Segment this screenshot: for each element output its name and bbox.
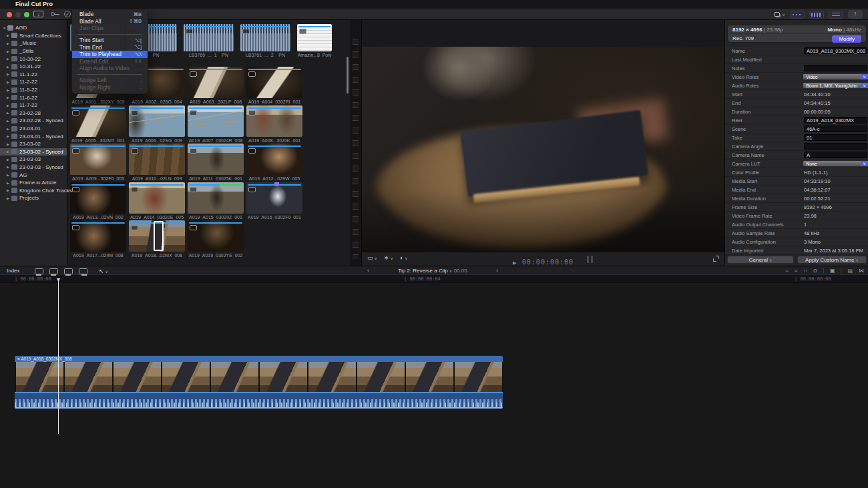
sidebar-item[interactable]: ▶ _Stills <box>0 47 67 55</box>
video-clip[interactable]: A019_A010...02LN_009 <box>129 144 185 182</box>
disclosure-icon[interactable]: ▶ <box>7 181 11 185</box>
inspector-field-value[interactable]: 00:00:00:05 <box>804 109 831 115</box>
clip-thumbnail[interactable] <box>70 144 126 175</box>
clip-thumbnail[interactable] <box>188 105 244 137</box>
inspector-field-value[interactable]: Mar 7, 2023 at 3:05:18 PM <box>804 248 863 254</box>
disclosure-icon[interactable]: ▶ <box>7 57 11 61</box>
clip-thumbnail[interactable] <box>246 182 302 214</box>
zoom-window-button[interactable] <box>24 12 29 17</box>
disclosure-icon[interactable]: ▶ <box>7 196 11 200</box>
sidebar-item[interactable]: ▶ Projects <box>0 194 67 202</box>
sidebar-item[interactable]: ▶ 23-02-28 - Synced <box>0 117 67 125</box>
share-button[interactable]: ↑ <box>848 10 863 19</box>
sidebar-item[interactable]: ▶ 23-03-02 <box>0 140 67 148</box>
inspector-field-value[interactable]: 1 <box>804 222 807 228</box>
solo-icon[interactable]: ∩ <box>803 268 807 274</box>
disclosure-icon[interactable]: ▶ <box>7 165 11 169</box>
clip-thumbnail[interactable] <box>129 144 185 175</box>
disclosure-icon[interactable]: ▶ <box>7 158 11 162</box>
modify-button[interactable]: Modify <box>832 35 861 43</box>
disclosure-icon[interactable]: ▶ <box>7 127 11 131</box>
disclosure-icon[interactable]: ▶ <box>7 72 11 76</box>
audio-clip[interactable]: Amazin...8_Poly <box>297 24 332 57</box>
video-clip[interactable]: A019_A009...302F0_005 <box>70 144 126 182</box>
timeline-ruler[interactable]: 00:00:00:0000:00:00:0400:00:00:08 <box>0 275 868 283</box>
show-timeline-button[interactable] <box>809 11 824 19</box>
disclosure-icon[interactable]: ▶ <box>7 80 11 84</box>
browser-scrollbar[interactable] <box>347 57 349 93</box>
video-clip[interactable]: A019_A003...302LP_008 <box>188 67 244 105</box>
sidebar-item[interactable]: ▶ Kingdom Choir Tracks <box>0 186 67 194</box>
inspector-field-value[interactable]: 04:34:40:10 <box>804 91 831 97</box>
clip-thumbnail[interactable] <box>246 144 302 175</box>
video-clip[interactable]: A019_A004_0302RI_001 <box>246 67 302 105</box>
clip-thumbnail[interactable] <box>129 105 185 137</box>
inspector-field-value[interactable]: 3 Mono <box>804 239 821 245</box>
overwrite-clip-icon[interactable] <box>79 268 87 274</box>
clip-thumbnail[interactable] <box>188 220 244 252</box>
connect-clip-icon[interactable] <box>35 268 43 274</box>
timeline-clip-filmstrip[interactable] <box>15 362 503 392</box>
timeline-clip[interactable]: ≡ A019_A018_0302MX_008 <box>15 356 503 409</box>
keyword-editor-button[interactable] <box>51 12 55 16</box>
fullscreen-icon[interactable] <box>713 256 719 262</box>
inspector-field-value[interactable]: 04:33:19:10 <box>804 178 831 184</box>
disclosure-icon[interactable]: ▶ <box>7 150 11 154</box>
metadata-view-button[interactable]: General <box>727 256 794 264</box>
inspector-field-value[interactable]: 46A-c <box>804 126 867 132</box>
inspector-field-value[interactable]: Boom 1, MIX, YoungJohn <box>803 82 868 89</box>
append-clip-icon[interactable] <box>64 268 73 274</box>
viewer-video-frame[interactable] <box>362 47 724 252</box>
disclosure-icon[interactable]: ▶ <box>7 142 11 146</box>
sidebar-item[interactable]: ▶ 23-03-03 - Synced <box>0 164 67 172</box>
video-clip[interactable]: A019_A006...02SG_009 <box>129 105 185 144</box>
inspector-field-value[interactable]: 8192 × 4096 <box>804 204 832 210</box>
disclosure-icon[interactable]: ▶ <box>7 88 11 92</box>
skimming-icon[interactable]: ≈ <box>785 268 788 274</box>
sidebar-item[interactable]: ▶ 11-1-22 <box>0 71 67 79</box>
inspector-field-value[interactable]: Video <box>803 73 868 80</box>
clip-marker-icon[interactable] <box>274 182 279 186</box>
inspector-field-value[interactable]: A <box>804 152 867 158</box>
menu-item[interactable]: Extend Edit ⇧X <box>72 58 148 65</box>
playhead[interactable] <box>58 278 59 434</box>
video-clip[interactable]: A019_A019_0302YE_002 <box>188 220 244 259</box>
inspector-field-value[interactable]: 23.98 <box>804 213 817 219</box>
clip-thumbnail[interactable] <box>188 67 244 98</box>
inspector-field-value[interactable]: A019_A018_0302MX <box>804 117 867 124</box>
audio-clip[interactable]: LB3760_..._1__PN <box>184 24 234 57</box>
video-clip[interactable]: A019_A016_0302F0_001 <box>246 182 302 221</box>
clip-thumbnail[interactable] <box>188 182 244 214</box>
disclosure-icon[interactable]: ▶ <box>7 65 11 69</box>
sidebar-item[interactable]: ▶ Frame.io Article <box>0 179 67 187</box>
disclosure-icon[interactable]: ▶ <box>7 41 11 45</box>
video-clip[interactable]: A019_A008...3020K_001 <box>246 105 302 144</box>
menu-item[interactable]: Nudge Right . <box>72 83 148 91</box>
background-tasks-button[interactable]: ✓ <box>64 11 71 17</box>
menu-item[interactable]: Nudge Left , <box>72 77 148 84</box>
sidebar-item[interactable]: ▶ 11-5-22 <box>0 86 67 94</box>
selection-range[interactable] <box>154 221 164 251</box>
menu-item[interactable]: Join Clips <box>72 25 148 32</box>
inspector-field-value[interactable] <box>804 143 867 150</box>
disclosure-icon[interactable]: ▶ <box>7 95 11 99</box>
inspector-field-value[interactable]: A019_A018_0302MX_008 <box>804 47 867 54</box>
disclosure-icon[interactable]: ▶ <box>7 49 11 53</box>
sidebar-item[interactable]: ▶ 23-02-28 <box>0 109 67 117</box>
inspector-field-value[interactable]: 00:02:52:21 <box>804 196 831 202</box>
video-clip[interactable]: A019_A012...029W_005 <box>246 144 302 182</box>
video-clip[interactable]: A019_A015_03020Z_001 <box>188 182 244 221</box>
media-import-button[interactable]: ↓ <box>33 11 43 17</box>
clip-appearance-button[interactable] <box>774 12 785 17</box>
sidebar-item[interactable]: ▶ 10-30-22 <box>0 55 67 63</box>
audio-skimming-icon[interactable]: ≈ <box>795 268 797 274</box>
clip-marker-icon[interactable] <box>220 184 242 186</box>
disclosure-icon[interactable]: ▶ <box>7 188 11 192</box>
disclosure-icon[interactable]: ▶ <box>7 103 11 107</box>
menu-item[interactable]: Align Audio to Video <box>72 65 148 72</box>
menu-item[interactable]: Blade ⌘B <box>72 11 148 18</box>
disclosure-icon[interactable]: ▶ <box>7 173 11 177</box>
disclosure-icon[interactable]: ▶ <box>7 33 11 37</box>
timeline-clip-waveform[interactable] <box>15 392 503 409</box>
video-clip[interactable]: A019_A005...302MT_001 <box>70 105 126 144</box>
